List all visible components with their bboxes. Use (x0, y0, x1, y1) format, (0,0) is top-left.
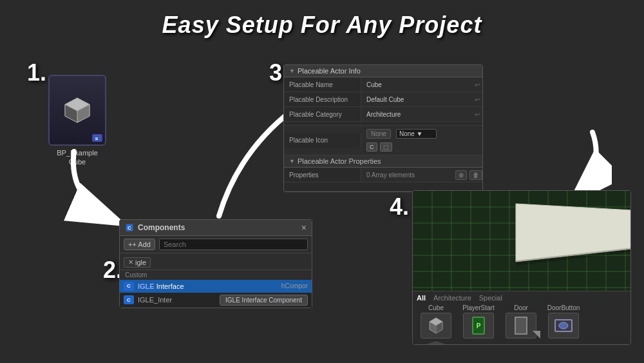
search-input[interactable] (159, 239, 308, 250)
step1-label: 1. (27, 59, 46, 86)
page-title: Easy Setup For Any Project (0, 0, 644, 39)
section-collapse-icon2: ▼ (289, 158, 295, 164)
prop-reset-name[interactable]: ↩ (472, 81, 482, 88)
components-icon: C (125, 223, 134, 232)
placer-item-cube[interactable]: Cube Default Cube (417, 304, 455, 345)
icon-browse-btn[interactable]: C (366, 142, 377, 152)
panel-toolbar: + + Add (120, 236, 312, 253)
svg-text:B: B (95, 137, 99, 141)
svg-point-34 (559, 322, 568, 329)
prop-row-properties: Properties 0 Array elements ⊕ 🗑 (284, 168, 482, 182)
add-component-button[interactable]: + + Add (124, 239, 155, 250)
panel-close-btn[interactable]: × (301, 222, 307, 233)
prop-label-name: Placable Name (284, 77, 361, 92)
tab-special[interactable]: Special (479, 294, 502, 302)
tab-all[interactable]: All (417, 294, 426, 302)
prop-row-icon: Placable Icon None None ▼ C ⬚ (284, 126, 482, 155)
step2-components-panel: C Components × + + Add ✕ igle Custom C I… (119, 219, 312, 308)
prop-value-icon: None None ▼ C ⬚ (361, 126, 482, 155)
door-icon-shape (515, 317, 527, 335)
prop-value-category: Architecture (361, 109, 472, 120)
doorbutton-icon-box (548, 313, 579, 338)
blueprint-card[interactable]: B (48, 75, 106, 146)
placer-item-doorbutton-label: DoorButton (547, 304, 580, 311)
door-icon-box (506, 313, 536, 338)
svg-text:C: C (128, 225, 131, 231)
bp-badge: B (92, 134, 102, 142)
placer-item-cube-label: Cube (428, 304, 444, 311)
tab-architecture[interactable]: Architecture (433, 294, 471, 302)
placer-item-door[interactable]: Door (502, 304, 540, 345)
prop-label-properties: Properties (284, 168, 361, 182)
icon-browse-btn2[interactable]: ⬚ (380, 142, 392, 152)
igle-interface-label: IGLE Interface (138, 282, 278, 290)
section-header-actor-info: ▼ Placeable Actor Info (284, 65, 482, 77)
panel-title: C Components (125, 223, 185, 232)
prop-reset-description[interactable]: ↩ (472, 96, 482, 103)
filter-tag: ✕ igle (124, 257, 151, 268)
section-header-actor-props: ▼ Placeable Actor Properties (284, 155, 482, 168)
icon-dropdown[interactable]: None ▼ (396, 129, 437, 139)
component-row-igle-inter[interactable]: C IGLE_Inter IGLE Interface Component (120, 293, 312, 308)
section-custom-label: Custom (120, 270, 312, 280)
prop-reset-category[interactable]: ↩ (472, 111, 482, 118)
game-viewport (413, 191, 630, 291)
door-triangle-icon (533, 331, 540, 338)
placer-item-playerstart[interactable]: PlayerStart P (459, 304, 498, 345)
component-row-igle-interface[interactable]: C IGLE Interface hCompor (120, 280, 312, 293)
placer-item-playerstart-label: PlayerStart (462, 304, 494, 311)
playerstart-icon-box: P (463, 313, 494, 338)
prop-row-description: Placable Description Default Cube ↩ (284, 92, 482, 107)
placer-item-doorbutton[interactable]: DoorButton (544, 304, 583, 345)
prop-row-name: Placable Name Cube ↩ (284, 77, 482, 92)
prop-label-category: Placable Category (284, 107, 361, 121)
cube-icon-box (421, 313, 451, 338)
filter-row: ✕ igle (120, 253, 312, 270)
step4-game-panel: All Architecture Special Cube Default Cu… (412, 190, 631, 345)
prop-label-icon: Placable Icon (284, 133, 361, 148)
step4-label: 4. (390, 193, 409, 221)
placer-toolbar: All Architecture Special Cube Default Cu… (413, 291, 630, 345)
shield-icon-shape (427, 341, 445, 345)
section-collapse-icon: ▼ (289, 68, 295, 74)
highlight-text: hCompor (281, 282, 308, 289)
player-icon-shape: P (472, 317, 485, 335)
placer-items-row: Cube Default Cube PlayerStart P (417, 304, 627, 345)
add-array-btn[interactable]: ⊕ (455, 170, 467, 180)
placer-tabs: All Architecture Special (417, 294, 627, 302)
prop-row-category: Placable Category Architecture ↩ (284, 107, 482, 122)
comp-icon-c: C (124, 282, 134, 291)
cube-3d-icon (60, 93, 95, 128)
grid-svg (413, 191, 630, 291)
section-title2: Placeable Actor Properties (298, 157, 381, 165)
comp-icon-c2: C (124, 295, 134, 304)
prop-value-properties: 0 Array elements (361, 170, 455, 181)
section-title: Placeable Actor Info (298, 67, 361, 75)
doorbutton-icon (554, 319, 573, 332)
prop-label-description: Placable Description (284, 92, 361, 106)
step3-properties-panel: ▼ Placeable Actor Info Placable Name Cub… (283, 64, 483, 192)
remove-array-btn[interactable]: 🗑 (469, 170, 482, 180)
prop-value-description: Default Cube (361, 94, 472, 105)
filter-x-icon[interactable]: ✕ (128, 259, 133, 266)
placer-item-door-label: Door (514, 304, 528, 311)
igle-tooltip: IGLE Interface Component (220, 295, 308, 306)
igle-inter-label: IGLE_Inter (138, 296, 213, 304)
cube-placer-icon (426, 315, 446, 336)
prop-value-name: Cube (361, 79, 472, 90)
